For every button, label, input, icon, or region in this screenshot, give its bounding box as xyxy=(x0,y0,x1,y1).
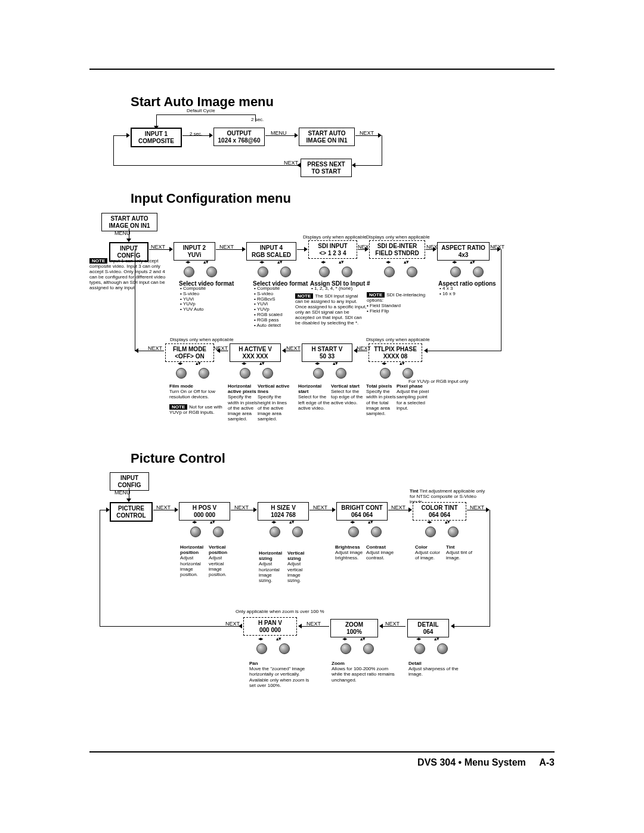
desc-hact-v: Vertical active linesSpecify the height … xyxy=(258,383,290,422)
box-filmmode: FILM MODE<OFF> ON xyxy=(165,343,214,362)
desc-ttl-v: Pixel phaseAdjust the pixel sampling poi… xyxy=(397,383,429,411)
knob-group xyxy=(176,368,209,379)
desc-hstart-h: Horizontal startSelect for the left edge… xyxy=(298,383,331,411)
knob-icon xyxy=(262,368,273,379)
knob-group xyxy=(319,267,352,277)
arrow-right-icon xyxy=(433,247,436,252)
ud-icon: ▴▾ xyxy=(277,259,282,265)
note-tag-icon: NOTE xyxy=(295,293,313,299)
arrow-right-icon xyxy=(332,507,336,512)
knob-icon xyxy=(363,643,374,654)
knob-group xyxy=(384,267,417,277)
knob-icon xyxy=(176,368,187,379)
box-picture-control: PICTURECONTROL xyxy=(110,502,153,522)
desc-detail: DetailAdjust sharpness of the image. xyxy=(408,661,468,677)
knob-icon xyxy=(313,368,324,379)
lr-icon: ◂▸ xyxy=(178,360,182,366)
ud-icon: ▴▾ xyxy=(333,360,338,366)
label-next-pc7: NEXT xyxy=(306,621,321,627)
arrow-left-icon xyxy=(354,348,357,353)
lr-icon: ◂▸ xyxy=(427,519,432,525)
knob-group xyxy=(340,643,374,654)
knob-group xyxy=(184,267,217,277)
label-next-r2a: NEXT xyxy=(357,345,371,351)
desc-hsize-h: Horizontal sizingAdjust horizontal image… xyxy=(259,550,286,583)
desc-hact-h: Horizontal active pixelsSpecify the widt… xyxy=(228,383,258,422)
label-next-ic1: NEXT xyxy=(151,244,165,250)
label-next-pc1: NEXT xyxy=(156,504,171,510)
label-2sec: 2 sec. xyxy=(251,117,264,123)
box-zoom: ZOOM100% xyxy=(330,619,378,637)
arrow-right-icon xyxy=(126,133,130,138)
desc-bright-h: BrightnessAdjust image brightness. xyxy=(335,544,366,561)
box-detail: DETAIL064 xyxy=(407,619,449,637)
line xyxy=(100,510,100,627)
line xyxy=(453,626,490,627)
box-pan: H PAN V000 000 xyxy=(243,617,297,636)
knob-group xyxy=(425,527,459,537)
label-menu: MENU xyxy=(271,130,287,136)
arrow-right-icon xyxy=(295,133,298,138)
box-hpos: H POS V000 000 xyxy=(179,502,230,521)
knob-icon xyxy=(407,267,417,277)
knob-icon xyxy=(425,527,436,537)
label-next-2: NEXT xyxy=(284,160,298,166)
knob-icon xyxy=(450,267,461,277)
knob-icon xyxy=(384,267,395,277)
knob-icon xyxy=(371,527,382,537)
footer-product: DVS 304 • Menu System xyxy=(417,757,526,767)
knob-icon xyxy=(319,267,330,277)
knob-icon xyxy=(258,267,268,277)
knob-group xyxy=(414,643,448,654)
lr-icon: ◂▸ xyxy=(416,636,421,642)
ud-icon: ▴▾ xyxy=(276,636,281,642)
knob-icon xyxy=(270,527,280,537)
arrow-right-icon xyxy=(242,247,246,252)
desc-bright-v: ContrastAdjust image contrast. xyxy=(366,544,397,561)
knob-icon xyxy=(437,643,448,654)
lr-icon: ◂▸ xyxy=(350,519,355,525)
knob-group xyxy=(190,527,224,537)
arrow-left-icon xyxy=(282,348,286,353)
box-sdi-deinter: SDI DE-INTERFIELD STNDRD xyxy=(369,240,425,259)
arrow-left-icon xyxy=(379,624,383,628)
heading-input-config: Input Configuration menu xyxy=(131,191,291,206)
box-bright: BRIGHT CONT064 064 xyxy=(336,502,388,521)
lr-icon: ◂▸ xyxy=(259,259,264,265)
knob-icon xyxy=(348,527,359,537)
arrow-right-icon xyxy=(169,247,173,252)
knob-group xyxy=(313,368,346,379)
note-input1: NOTEInput 1 can only accept composite vi… xyxy=(89,258,167,290)
box-start-auto: START AUTOIMAGE ON IN1 xyxy=(299,128,355,146)
lr-icon: ◂▸ xyxy=(382,360,386,366)
arrow-right-icon xyxy=(209,133,213,138)
line xyxy=(137,351,164,351)
note-tag-icon: NOTE xyxy=(169,404,187,410)
knob-icon xyxy=(213,527,224,537)
arrow-left-icon xyxy=(216,348,220,353)
knob-group xyxy=(256,643,290,654)
line xyxy=(490,510,490,626)
label-next-pc5: NEXT xyxy=(470,504,484,510)
line xyxy=(100,626,242,627)
arrow-right-icon xyxy=(253,507,257,512)
lr-icon: ◂▸ xyxy=(185,259,190,265)
desc-ttl-h: Total pixelsSpecify the width in pixels … xyxy=(366,383,396,416)
arrow-right-icon xyxy=(175,507,178,512)
label-next: NEXT xyxy=(360,130,374,136)
ud-icon: ▴▾ xyxy=(404,259,408,265)
desc-hstart-v: Vertical startSelect for the top edge of… xyxy=(331,383,364,405)
note-deinter: NOTESDI De-interlacing options:• Field S… xyxy=(367,292,432,314)
label-2sec-b: 2 sec. xyxy=(190,132,202,137)
label-next-r2c: NEXT xyxy=(213,345,228,351)
line xyxy=(182,135,212,136)
label-next-pc4: NEXT xyxy=(391,504,405,510)
ud-icon: ▴▾ xyxy=(360,636,365,642)
ud-icon: ▴▾ xyxy=(259,360,264,366)
note-tag-icon: NOTE xyxy=(367,292,385,298)
knob-icon xyxy=(380,368,391,379)
knob-icon xyxy=(414,643,425,654)
line xyxy=(156,114,255,115)
knob-icon xyxy=(342,267,352,277)
rule-top xyxy=(89,69,555,70)
